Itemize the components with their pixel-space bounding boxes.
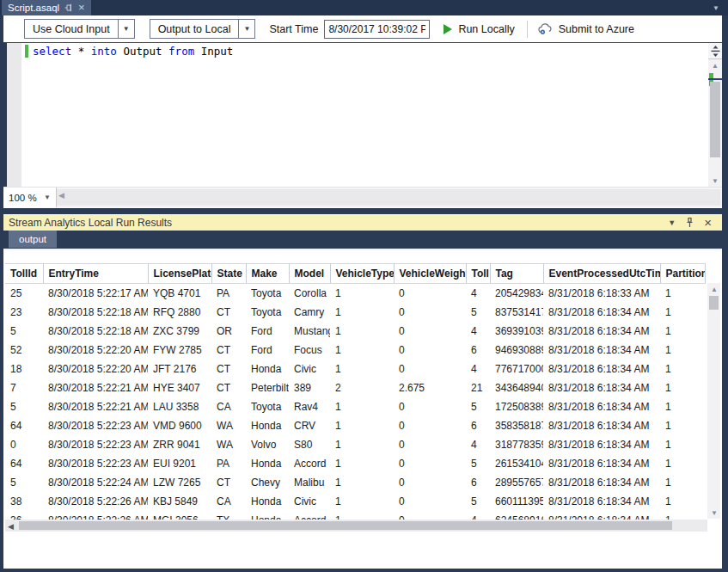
pin-icon[interactable] (686, 218, 694, 228)
chevron-down-icon[interactable]: ▼ (118, 20, 134, 38)
scroll-left-icon[interactable]: ◀ (58, 191, 64, 200)
column-header-state[interactable]: State (211, 264, 246, 284)
results-table-header: TollIdEntryTimeLicensePlateStateMakeMode… (5, 263, 706, 284)
table-cell: ZXC 3799 (148, 322, 211, 341)
table-row[interactable]: 368/30/2018 5:22:26 AMMGI 3056TXHondaAcc… (5, 511, 705, 520)
table-row[interactable]: 238/30/2018 5:22:18 AMRFQ 2880CTToyotaCa… (5, 303, 705, 322)
tab-list-dropdown-icon[interactable]: ▼ (713, 4, 719, 12)
code-token: into (91, 45, 117, 58)
table-cell: 8/30/2018 5:22:17 AM (43, 284, 148, 303)
close-icon[interactable]: × (78, 3, 85, 12)
table-cell: 8/30/2018 5:22:20 AM (43, 360, 148, 378)
results-title-bar[interactable]: Stream Analytics Local Run Results ▼ × (3, 214, 722, 231)
tab-script-asaql[interactable]: Script.asaql × (2, 0, 91, 15)
column-header-toll[interactable]: Toll (466, 264, 490, 284)
column-header-eventprocessedutctime[interactable]: EventProcessedUtcTime (543, 264, 660, 284)
table-cell: KBJ 5849 (148, 492, 211, 511)
table-cell: Focus (289, 341, 330, 360)
scroll-up-icon[interactable]: ▲ (708, 59, 722, 71)
table-row[interactable]: 388/30/2018 5:22:26 AMKBJ 5849CAHondaCiv… (5, 492, 705, 511)
results-horizontal-scrollbar[interactable]: ◀ (5, 520, 707, 532)
table-cell: 624568916 (490, 511, 543, 520)
table-cell: JFT 2176 (148, 360, 211, 378)
table-cell: 1 (330, 322, 394, 341)
table-cell: 0 (394, 341, 466, 360)
scroll-down-icon[interactable]: ▼ (707, 507, 721, 519)
table-cell: CRV (289, 416, 330, 435)
results-tool-window: Stream Analytics Local Run Results ▼ × o… (3, 214, 722, 569)
table-cell: Honda (246, 454, 289, 473)
scrollbar-thumb[interactable] (709, 296, 719, 310)
table-cell: 8/31/2018 6:18:34 AM (543, 435, 660, 454)
table-cell: Toyota (246, 303, 289, 322)
column-header-make[interactable]: Make (246, 264, 289, 284)
scroll-down-icon[interactable]: ▼ (708, 175, 722, 187)
column-header-vehicleweight[interactable]: VehicleWeight (394, 264, 466, 284)
column-header-licenseplate[interactable]: LicensePlate (148, 264, 211, 284)
column-header-partition[interactable]: Partition (660, 264, 705, 284)
table-cell: 0 (394, 416, 466, 435)
table-row[interactable]: 58/30/2018 5:22:18 AMZXC 3799ORFordMusta… (5, 322, 705, 341)
window-menu-icon[interactable]: ▼ (668, 218, 676, 227)
table-cell: 369391039 (490, 322, 543, 341)
table-row[interactable]: 648/30/2018 5:22:23 AMEUI 9201PAHondaAcc… (5, 454, 705, 473)
table-cell: 8/30/2018 5:22:21 AM (43, 397, 148, 416)
table-cell: Honda (246, 492, 289, 511)
query-editor-pane: Use Cloud Input ▼ Output to Local ▼ Star… (3, 15, 722, 208)
table-row[interactable]: 08/30/2018 5:22:23 AMZRR 9041WAVolvoS801… (5, 435, 705, 454)
table-row[interactable]: 58/30/2018 5:22:21 AMLAU 3358CAToyotaRav… (5, 397, 705, 416)
editor-horizontal-scrollbar[interactable]: ◀ (57, 189, 720, 206)
table-cell: CA (211, 492, 246, 511)
table-cell: 0 (394, 322, 466, 341)
code-token: select (33, 45, 71, 58)
table-row[interactable]: 258/30/2018 5:22:17 AMYQB 4701PAToyotaCo… (5, 284, 705, 303)
table-cell: 2.675 (394, 378, 466, 397)
table-cell: WA (211, 435, 246, 454)
table-row[interactable]: 528/30/2018 5:22:20 AMFYW 2785CTFordFocu… (5, 341, 705, 360)
table-cell: 1 (660, 416, 705, 435)
editor-split-handle[interactable] (708, 43, 722, 59)
table-row[interactable]: 188/30/2018 5:22:20 AMJFT 2176CTHondaCiv… (5, 360, 705, 378)
run-locally-button[interactable]: Run Locally (444, 23, 514, 35)
table-row[interactable]: 648/30/2018 5:22:23 AMVMD 9600WAHondaCRV… (5, 416, 705, 435)
tab-output[interactable]: output (9, 231, 57, 248)
results-rows-viewport: 258/30/2018 5:22:17 AMYQB 4701PAToyotaCo… (5, 284, 705, 520)
table-row[interactable]: 58/30/2018 5:22:24 AMLZW 7265CTChevyMali… (5, 473, 705, 492)
column-header-tollid[interactable]: TollId (5, 264, 43, 284)
chevron-down-icon[interactable]: ▼ (238, 20, 254, 38)
column-header-vehicletype[interactable]: VehicleType (330, 264, 394, 284)
table-cell: 8/31/2018 6:18:34 AM (543, 492, 660, 511)
close-icon[interactable]: × (704, 215, 712, 230)
submit-to-azure-button[interactable]: Submit to Azure (538, 23, 634, 35)
scroll-left-icon[interactable]: ◀ (8, 522, 14, 531)
output-tab-label: output (19, 234, 46, 244)
scroll-up-icon[interactable]: ▲ (707, 283, 721, 295)
zoom-level-dropdown[interactable]: 100 % ▼ (3, 188, 57, 207)
scrollbar-thumb[interactable] (710, 82, 720, 157)
column-header-model[interactable]: Model (289, 264, 330, 284)
editor-vertical-scrollbar[interactable]: ▲ ▼ (708, 59, 722, 187)
table-cell: Toyota (246, 397, 289, 416)
table-cell: 52 (5, 341, 43, 360)
input-source-dropdown[interactable]: Use Cloud Input ▼ (24, 19, 135, 39)
code-token: Input (201, 45, 234, 58)
column-header-entrytime[interactable]: EntryTime (43, 264, 148, 284)
table-row[interactable]: 78/30/2018 5:22:21 AMHYE 3407CTPeterbilt… (5, 378, 705, 397)
code-line[interactable]: select * into Output from Input (33, 45, 233, 58)
scrollbar-thumb[interactable] (19, 521, 672, 530)
table-cell: 7 (5, 378, 43, 397)
run-locally-label: Run Locally (458, 23, 514, 35)
column-header-tag[interactable]: Tag (490, 264, 543, 284)
table-cell: 289557657 (490, 473, 543, 492)
code-editor[interactable]: select * into Output from Input ▲ ▼ (3, 43, 722, 187)
change-tracking-bar (25, 45, 28, 58)
table-cell: 8/30/2018 5:22:23 AM (43, 435, 148, 454)
output-target-dropdown[interactable]: Output to Local ▼ (150, 19, 256, 39)
start-time-input[interactable] (324, 20, 430, 39)
table-cell: 5 (466, 397, 490, 416)
code-token: Output (123, 45, 162, 58)
table-cell: ZRR 9041 (148, 435, 211, 454)
results-vertical-scrollbar[interactable]: ▲ ▼ (707, 283, 720, 519)
table-cell: Rav4 (289, 397, 330, 416)
pin-icon[interactable] (64, 3, 73, 12)
